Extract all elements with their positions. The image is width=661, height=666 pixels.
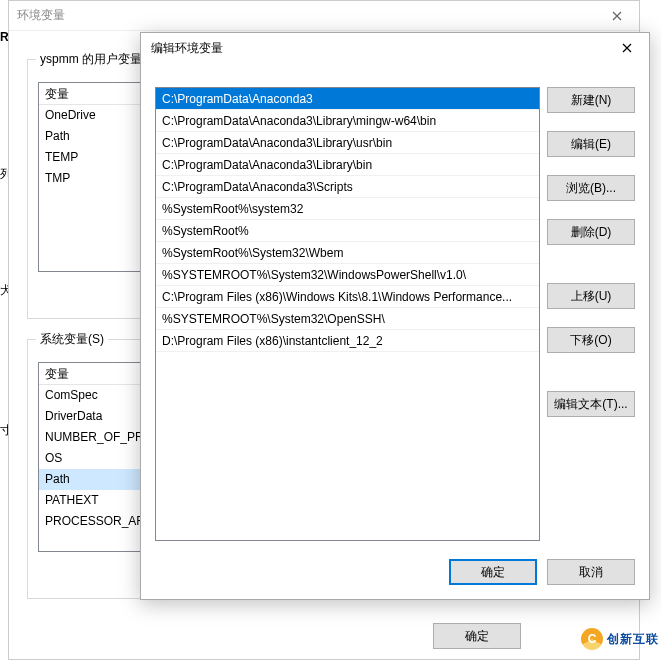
path-entries-list[interactable]: C:\ProgramData\Anaconda3C:\ProgramData\A… [155,87,540,541]
edit-text-button[interactable]: 编辑文本(T)... [547,391,635,417]
front-footer: 确定 取消 [449,559,635,585]
edit-button[interactable]: 编辑(E) [547,131,635,157]
front-titlebar[interactable]: 编辑环境变量 [141,33,649,63]
path-entry[interactable]: D:\Program Files (x86)\instantclient_12_… [156,330,539,352]
front-close-button[interactable] [604,33,649,63]
move-down-button[interactable]: 下移(O) [547,327,635,353]
browse-button[interactable]: 浏览(B)... [547,175,635,201]
system-vars-legend: 系统变量(S) [36,331,108,348]
back-ok-label: 确定 [465,628,489,645]
watermark-text: 创新互联 [607,631,659,648]
move-up-button[interactable]: 上移(U) [547,283,635,309]
user-vars-legend: yspmm 的用户变量 [36,51,146,68]
col-variable: 变量 [39,83,149,104]
delete-button[interactable]: 删除(D) [547,219,635,245]
path-entry[interactable]: C:\ProgramData\Anaconda3\Library\mingw-w… [156,110,539,132]
close-icon [612,11,622,21]
path-entry[interactable]: C:\ProgramData\Anaconda3\Scripts [156,176,539,198]
edit-env-var-window: 编辑环境变量 C:\ProgramData\Anaconda3C:\Progra… [140,32,650,600]
path-entry[interactable]: C:\Program Files (x86)\Windows Kits\8.1\… [156,286,539,308]
close-icon [622,43,632,53]
path-entry[interactable]: %SystemRoot%\System32\Wbem [156,242,539,264]
path-entry[interactable]: %SYSTEMROOT%\System32\WindowsPowerShell\… [156,264,539,286]
front-cancel-button[interactable]: 取消 [547,559,635,585]
left-edge-fragment: R 列 犬 寸 [0,0,8,660]
col-variable: 变量 [39,363,149,384]
watermark: C 创新互联 [581,628,659,650]
back-close-button[interactable] [594,1,639,31]
back-ok-button[interactable]: 确定 [433,623,521,649]
front-ok-button[interactable]: 确定 [449,559,537,585]
front-window-title: 编辑环境变量 [151,40,223,57]
side-buttons: 新建(N) 编辑(E) 浏览(B)... 删除(D) 上移(U) 下移(O) 编… [547,87,635,435]
path-entry[interactable]: %SystemRoot% [156,220,539,242]
watermark-logo-icon: C [581,628,603,650]
path-entry[interactable]: C:\ProgramData\Anaconda3 [156,88,539,110]
path-entry[interactable]: C:\ProgramData\Anaconda3\Library\usr\bin [156,132,539,154]
new-button[interactable]: 新建(N) [547,87,635,113]
back-window-title: 环境变量 [17,7,65,24]
path-entry[interactable]: C:\ProgramData\Anaconda3\Library\bin [156,154,539,176]
path-entry[interactable]: %SystemRoot%\system32 [156,198,539,220]
back-titlebar: 环境变量 [9,1,639,31]
path-entry[interactable]: %SYSTEMROOT%\System32\OpenSSH\ [156,308,539,330]
